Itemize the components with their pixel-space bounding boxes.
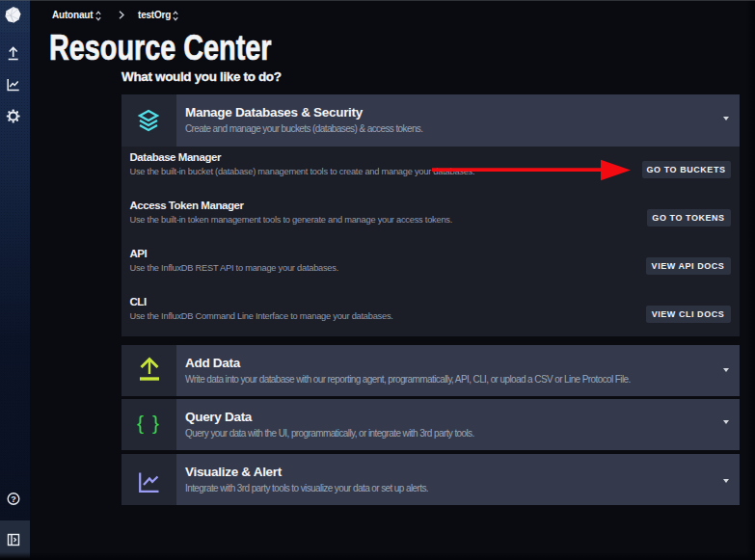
svg-text:?: ? (11, 494, 16, 504)
